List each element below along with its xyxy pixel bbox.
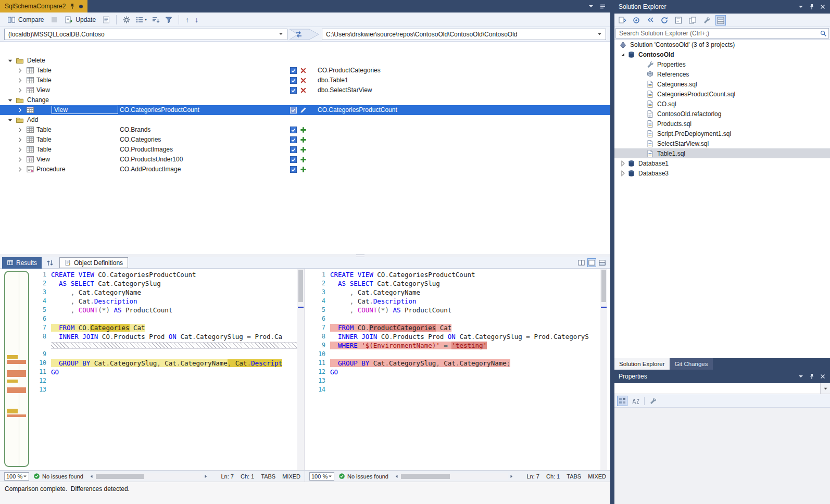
schema-compare-grid[interactable]: DeleteTableCO.ProductCategoriesTabledbo.… [0,42,610,254]
scrollbar-thumb[interactable] [401,474,450,479]
chevron-down-icon[interactable] [6,57,14,65]
preview-selected-items-button[interactable] [673,15,684,26]
compare-row[interactable]: TableCO.ProductImages [0,145,610,155]
source-vertical-scrollbar[interactable] [297,269,304,470]
chevron-down-icon[interactable] [6,96,14,104]
tab-object-definitions[interactable]: Object Definitions [59,257,128,268]
target-definition-pane[interactable]: 1CREATE VIEW CO.CategoriesProductCount2 … [305,269,607,470]
chevron-down-icon[interactable] [798,373,804,380]
compare-button[interactable]: Compare [4,15,47,25]
tab-sqlschemacompare2[interactable]: SqlSchemaCompare2 [0,0,87,12]
options-button[interactable] [121,15,132,25]
tree-item-contosoold[interactable]: ContosoOld [614,49,830,59]
chevron-down-icon[interactable] [6,116,14,124]
compare-row[interactable]: ViewCO.ProductsUnder100 [0,155,610,165]
solution-explorer-header[interactable]: Solution Explorer [614,0,830,14]
tree-item-table1-sql[interactable]: Table1.sql [614,148,830,158]
tree-item-database3[interactable]: Database3 [614,168,830,178]
compare-row[interactable]: ViewCO.CategoriesProductCountCO.Categori… [0,105,610,115]
generate-script-button[interactable] [100,15,112,25]
pin-icon[interactable] [69,3,76,9]
tree-item-co-sql[interactable]: CO.sql [614,99,830,109]
chevron-right-icon[interactable] [16,106,24,114]
pin-icon[interactable] [809,373,815,380]
next-difference-button[interactable]: ↓ [193,16,200,24]
include-checkbox[interactable] [290,67,297,74]
scrollbar-thumb[interactable] [96,474,144,479]
results-sort-button[interactable] [46,259,54,267]
sync-with-active-document-button[interactable] [617,15,627,26]
solution-explorer-tree[interactable]: Solution 'ContosoOld' (3 of 3 projects)C… [614,40,830,358]
diff-overview-map[interactable] [4,271,29,467]
tab-results[interactable]: Results [2,257,42,269]
include-checkbox[interactable] [290,127,297,133]
target-combobox[interactable]: C:\Users\drskwier\source\repos\ContosoOl… [322,29,606,40]
single-pane-layout-icon[interactable] [588,259,596,267]
target-vertical-scrollbar[interactable] [600,269,607,470]
filter-button[interactable] [163,15,174,25]
tree-item-script-predeployment1-sql[interactable]: Script.PreDeployment1.sql [614,129,830,138]
properties-button[interactable] [701,15,712,26]
document-list-icon[interactable] [599,3,606,10]
include-checkbox[interactable] [290,156,297,163]
search-icon[interactable] [820,30,827,37]
source-combobox[interactable]: (localdb)\MSSQLLocalDB.Contoso [4,29,287,40]
split-horizontal-layout-icon[interactable] [598,259,606,267]
properties-object-combobox[interactable] [614,383,830,394]
compare-row[interactable]: TableCO.Brands [0,125,610,135]
swap-source-target-button[interactable] [294,30,304,39]
collapse-all-button[interactable] [645,15,656,26]
compare-group-row[interactable]: Delete [0,56,610,66]
source-definition-pane[interactable]: 1CREATE VIEW CO.CategoriesProductCount2 … [32,269,304,470]
include-checkbox[interactable] [290,146,297,153]
compare-group-row[interactable]: Change [0,95,610,105]
compare-group-row[interactable]: Add [0,115,610,125]
include-checkbox[interactable] [290,107,297,114]
source-horizontal-scrollbar[interactable] [89,473,209,480]
properties-header[interactable]: Properties [614,370,830,383]
close-icon[interactable] [820,4,826,10]
compare-row[interactable]: ProcedureCO.AddProductImage [0,165,610,174]
scroll-right-icon[interactable] [508,473,514,480]
chevron-right-icon[interactable] [16,67,24,74]
include-checkbox[interactable] [290,166,297,173]
tree-item-contosoold-refactorlog[interactable]: ContosoOld.refactorlog [614,109,830,119]
show-all-files-button[interactable] [715,15,726,26]
tree-item-categories-sql[interactable]: Categories.sql [614,79,830,89]
split-vertical-layout-icon[interactable] [577,259,585,267]
chevron-right-icon[interactable] [16,77,24,84]
include-checkbox[interactable] [290,87,297,94]
nest-related-files-button[interactable] [687,15,698,26]
chevron-right-icon[interactable] [619,159,627,168]
zoom-select[interactable]: 100 % [4,472,29,481]
chevron-right-icon[interactable] [16,156,24,163]
chevron-down-icon[interactable] [619,51,627,59]
tree-item-references[interactable]: References [614,69,830,79]
chevron-right-icon[interactable] [16,86,24,94]
compare-row[interactable]: Tabledbo.Table1 [0,75,610,85]
compare-row[interactable]: TableCO.Categories [0,135,610,145]
scroll-left-icon[interactable] [89,473,95,480]
chevron-right-icon[interactable] [16,166,24,173]
close-icon[interactable] [820,373,826,380]
scroll-right-icon[interactable] [203,473,209,480]
tree-item-products-sql[interactable]: Products.sql [614,119,830,129]
include-checkbox[interactable] [290,136,297,143]
chevron-right-icon[interactable] [16,146,24,154]
alphabetical-button[interactable] [631,396,641,406]
categorized-button[interactable] [617,396,627,406]
solution-explorer-search-input[interactable] [619,30,820,37]
chevron-right-icon[interactable] [619,169,627,178]
chevron-right-icon[interactable] [16,136,24,144]
tree-item-solution-contosoold-3-of-3-projects[interactable]: Solution 'ContosoOld' (3 of 3 projects) [614,40,830,49]
previous-difference-button[interactable]: ↑ [183,16,191,24]
stop-button[interactable] [48,15,60,25]
include-checkbox[interactable] [290,77,297,84]
scrollbar-thumb[interactable] [601,270,606,302]
tree-item-database1[interactable]: Database1 [614,158,830,168]
tree-item-selectstarview-sql[interactable]: SelectStarView.sql [614,138,830,148]
compare-row[interactable]: Viewdbo.SelectStarView [0,85,610,95]
tree-item-properties[interactable]: Properties [614,59,830,69]
zoom-select[interactable]: 100 % [309,472,334,481]
sort-results-button[interactable] [150,15,161,25]
